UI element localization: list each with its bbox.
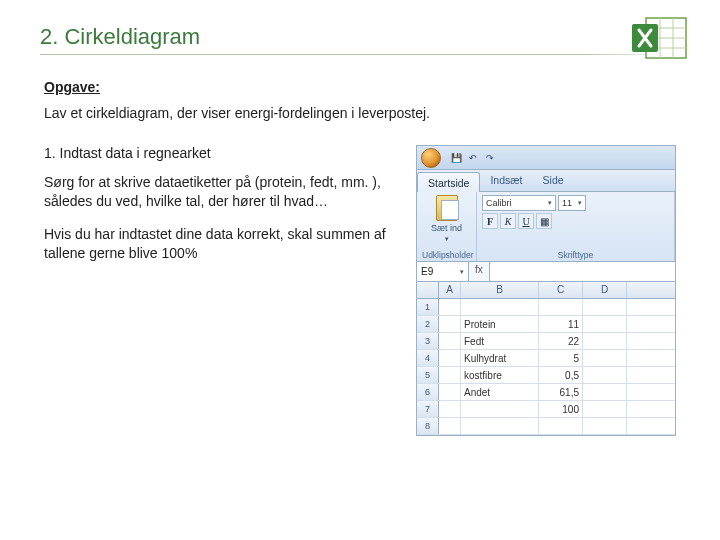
cell[interactable]: 5: [539, 350, 583, 366]
paste-label: Sæt ind: [431, 223, 462, 233]
undo-icon[interactable]: ↶: [466, 151, 480, 165]
col-header-a[interactable]: A: [439, 282, 461, 298]
select-all-corner[interactable]: [417, 282, 439, 298]
chevron-down-icon: ▾: [445, 235, 449, 243]
save-icon[interactable]: 💾: [449, 151, 463, 165]
cell[interactable]: 61,5: [539, 384, 583, 400]
step-1-para-1: Sørg for at skrive dataetiketter på (pro…: [44, 173, 392, 211]
row-header[interactable]: 2: [417, 316, 439, 332]
cell[interactable]: [539, 299, 583, 315]
col-header-d[interactable]: D: [583, 282, 627, 298]
cell[interactable]: [439, 299, 461, 315]
font-size-value: 11: [562, 198, 572, 208]
cell[interactable]: [583, 384, 627, 400]
row-header[interactable]: 4: [417, 350, 439, 366]
cell[interactable]: [583, 350, 627, 366]
office-button[interactable]: [421, 148, 441, 168]
page-title: 2. Cirkeldiagram: [40, 24, 680, 50]
cell[interactable]: [439, 401, 461, 417]
name-box[interactable]: E9 ▾: [417, 262, 469, 281]
table-row: 6 Andet 61,5: [417, 384, 675, 401]
tab-home[interactable]: Startside: [417, 172, 480, 192]
clipboard-group-label: Udklipsholder: [422, 250, 471, 260]
cell[interactable]: [583, 333, 627, 349]
font-name-value: Calibri: [486, 198, 512, 208]
cell[interactable]: [439, 384, 461, 400]
underline-button[interactable]: U: [518, 213, 534, 229]
table-row: 1: [417, 299, 675, 316]
table-row: 7 100: [417, 401, 675, 418]
row-header[interactable]: 8: [417, 418, 439, 434]
cell[interactable]: [461, 418, 539, 434]
cell[interactable]: [439, 316, 461, 332]
border-button[interactable]: ▦: [536, 213, 552, 229]
italic-button[interactable]: K: [500, 213, 516, 229]
bold-button[interactable]: F: [482, 213, 498, 229]
col-header-c[interactable]: C: [539, 282, 583, 298]
redo-icon[interactable]: ↷: [483, 151, 497, 165]
cell[interactable]: [583, 367, 627, 383]
cell[interactable]: [439, 350, 461, 366]
table-row: 3 Fedt 22: [417, 333, 675, 350]
cell[interactable]: Andet: [461, 384, 539, 400]
font-name-select[interactable]: Calibri ▾: [482, 195, 556, 211]
font-size-select[interactable]: 11 ▾: [558, 195, 586, 211]
cell[interactable]: [461, 401, 539, 417]
task-heading: Opgave:: [44, 79, 676, 95]
excel-logo-icon: [630, 14, 690, 62]
table-row: 5 kostfibre 0,5: [417, 367, 675, 384]
table-row: 8: [417, 418, 675, 435]
cell[interactable]: [439, 367, 461, 383]
table-row: 2 Protein 11: [417, 316, 675, 333]
cell[interactable]: [583, 299, 627, 315]
row-header[interactable]: 5: [417, 367, 439, 383]
cell[interactable]: [539, 418, 583, 434]
cell[interactable]: Kulhydrat: [461, 350, 539, 366]
cell[interactable]: [439, 418, 461, 434]
formula-bar[interactable]: [489, 262, 675, 281]
table-row: 4 Kulhydrat 5: [417, 350, 675, 367]
title-underline: [40, 54, 680, 55]
row-header[interactable]: 3: [417, 333, 439, 349]
tab-layout[interactable]: Side: [533, 170, 574, 191]
cell[interactable]: [583, 316, 627, 332]
font-group-label: Skrifttype: [482, 250, 669, 260]
cell[interactable]: [461, 299, 539, 315]
chevron-down-icon: ▾: [460, 268, 464, 276]
task-intro: Lav et cirkeldiagram, der viser energi-f…: [44, 105, 676, 121]
paste-button[interactable]: Sæt ind ▾: [422, 195, 471, 243]
cell[interactable]: 100: [539, 401, 583, 417]
cell[interactable]: 11: [539, 316, 583, 332]
tab-insert[interactable]: Indsæt: [480, 170, 532, 191]
cell[interactable]: Fedt: [461, 333, 539, 349]
step-1-title: 1. Indtast data i regnearket: [44, 145, 392, 161]
step-1-para-2: Hvis du har indtastet dine data korrekt,…: [44, 225, 392, 263]
cell[interactable]: kostfibre: [461, 367, 539, 383]
row-header[interactable]: 6: [417, 384, 439, 400]
row-header[interactable]: 1: [417, 299, 439, 315]
cell[interactable]: Protein: [461, 316, 539, 332]
paste-icon: [436, 195, 458, 221]
name-box-value: E9: [421, 266, 433, 277]
excel-screenshot: 💾 ↶ ↷ Startside Indsæt Side Sæt ind ▾: [416, 145, 676, 436]
cell[interactable]: 22: [539, 333, 583, 349]
cell[interactable]: 0,5: [539, 367, 583, 383]
chevron-down-icon: ▾: [548, 199, 552, 207]
col-header-b[interactable]: B: [461, 282, 539, 298]
fx-label: fx: [469, 262, 489, 281]
cell[interactable]: [583, 401, 627, 417]
chevron-down-icon: ▾: [578, 199, 582, 207]
cell[interactable]: [583, 418, 627, 434]
row-header[interactable]: 7: [417, 401, 439, 417]
cell[interactable]: [439, 333, 461, 349]
